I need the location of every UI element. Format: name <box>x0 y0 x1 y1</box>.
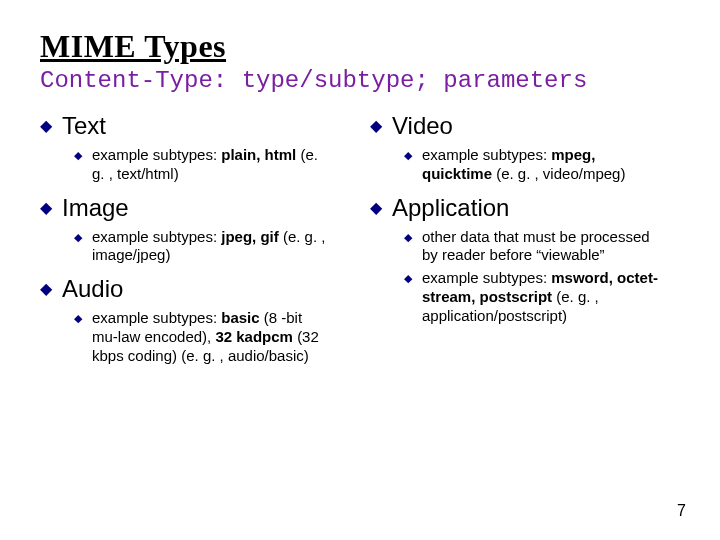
section-heading: ◆Video <box>370 112 680 140</box>
slide-subtitle: Content-Type: type/subtype; parameters <box>40 67 680 94</box>
section-label: Audio <box>62 275 123 303</box>
section: ◆Text◆example subtypes: plain, html (e. … <box>40 112 350 184</box>
diamond-bullet-icon: ◆ <box>404 232 412 243</box>
section-heading: ◆Image <box>40 194 350 222</box>
list-item-text: example subtypes: msword, octet-stream, … <box>422 269 662 325</box>
diamond-bullet-icon: ◆ <box>40 118 52 134</box>
sub-list: ◆example subtypes: plain, html (e. g. , … <box>74 146 350 184</box>
section-heading: ◆Application <box>370 194 680 222</box>
section: ◆Image◆example subtypes: jpeg, gif (e. g… <box>40 194 350 266</box>
left-column: ◆Text◆example subtypes: plain, html (e. … <box>40 112 350 375</box>
list-item-text: example subtypes: basic (8 -bit mu-law e… <box>92 309 332 365</box>
diamond-bullet-icon: ◆ <box>370 200 382 216</box>
list-item: ◆example subtypes: mpeg, quicktime (e. g… <box>404 146 680 184</box>
list-item: ◆example subtypes: jpeg, gif (e. g. , im… <box>74 228 350 266</box>
diamond-bullet-icon: ◆ <box>404 150 412 161</box>
sub-list: ◆example subtypes: mpeg, quicktime (e. g… <box>404 146 680 184</box>
right-column: ◆Video◆example subtypes: mpeg, quicktime… <box>370 112 680 375</box>
slide: MIME Types Content-Type: type/subtype; p… <box>0 0 720 540</box>
page-number: 7 <box>677 502 686 520</box>
list-item: ◆example subtypes: plain, html (e. g. , … <box>74 146 350 184</box>
section-label: Application <box>392 194 509 222</box>
diamond-bullet-icon: ◆ <box>74 150 82 161</box>
content-columns: ◆Text◆example subtypes: plain, html (e. … <box>40 112 680 375</box>
list-item: ◆example subtypes: basic (8 -bit mu-law … <box>74 309 350 365</box>
section: ◆Application◆other data that must be pro… <box>370 194 680 326</box>
list-item: ◆example subtypes: msword, octet-stream,… <box>404 269 680 325</box>
list-item-text: other data that must be processed by rea… <box>422 228 662 266</box>
section-heading: ◆Text <box>40 112 350 140</box>
section-label: Image <box>62 194 129 222</box>
list-item: ◆other data that must be processed by re… <box>404 228 680 266</box>
slide-title: MIME Types <box>40 28 680 65</box>
list-item-text: example subtypes: jpeg, gif (e. g. , ima… <box>92 228 332 266</box>
list-item-text: example subtypes: plain, html (e. g. , t… <box>92 146 332 184</box>
diamond-bullet-icon: ◆ <box>370 118 382 134</box>
section-label: Text <box>62 112 106 140</box>
diamond-bullet-icon: ◆ <box>74 232 82 243</box>
list-item-text: example subtypes: mpeg, quicktime (e. g.… <box>422 146 662 184</box>
section-label: Video <box>392 112 453 140</box>
section: ◆Video◆example subtypes: mpeg, quicktime… <box>370 112 680 184</box>
sub-list: ◆other data that must be processed by re… <box>404 228 680 326</box>
section-heading: ◆Audio <box>40 275 350 303</box>
diamond-bullet-icon: ◆ <box>74 313 82 324</box>
section: ◆Audio◆example subtypes: basic (8 -bit m… <box>40 275 350 365</box>
diamond-bullet-icon: ◆ <box>40 281 52 297</box>
diamond-bullet-icon: ◆ <box>40 200 52 216</box>
diamond-bullet-icon: ◆ <box>404 273 412 284</box>
sub-list: ◆example subtypes: basic (8 -bit mu-law … <box>74 309 350 365</box>
sub-list: ◆example subtypes: jpeg, gif (e. g. , im… <box>74 228 350 266</box>
